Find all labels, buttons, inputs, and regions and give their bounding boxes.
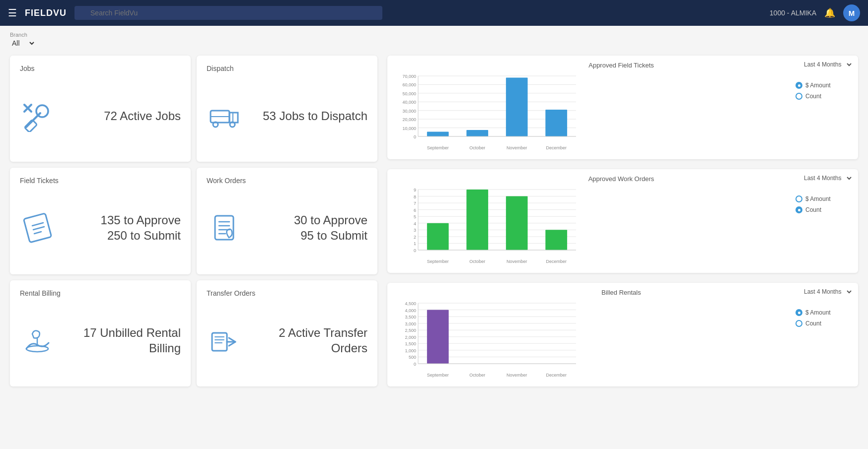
svg-text:4,500: 4,500 — [405, 301, 416, 306]
branch-select[interactable]: All — [10, 39, 36, 48]
svg-text:3,000: 3,000 — [405, 321, 416, 326]
card-transfer-orders[interactable]: Transfer Orders 2 Active Transfer Orders — [197, 280, 377, 386]
svg-text:8: 8 — [414, 194, 416, 199]
svg-text:November: November — [506, 145, 527, 150]
svg-rect-103 — [427, 310, 449, 364]
legend-radio-0[interactable] — [796, 82, 802, 89]
main-layout: Jobs 72 Active Jobs Dispatch 53 Jobs to … — [10, 56, 858, 386]
svg-text:4,000: 4,000 — [405, 308, 416, 313]
legend-radio-1[interactable] — [796, 206, 802, 213]
branch-selector-wrap: Branch All — [10, 32, 858, 48]
card-icon-transfer-orders — [207, 323, 241, 358]
legend-radio-1[interactable] — [796, 320, 802, 327]
legend-item-1: Count — [796, 320, 850, 327]
legend-item-0: $ Amount — [796, 195, 850, 202]
card-jobs[interactable]: Jobs 72 Active Jobs — [10, 56, 191, 162]
legend-item-0: $ Amount — [796, 82, 850, 89]
card-title-transfer-orders: Transfer Orders — [207, 289, 367, 297]
svg-text:3,500: 3,500 — [405, 315, 416, 320]
svg-text:500: 500 — [409, 355, 416, 360]
svg-rect-4 — [24, 120, 37, 132]
chart-title-approved-work-orders: Approved Work Orders — [392, 175, 850, 183]
menu-icon[interactable]: ☰ — [8, 7, 17, 19]
charts-area: Approved Field Tickets Last 4 Months Las… — [387, 56, 858, 386]
card-stat-field-tickets: 135 to Approve250 to Submit — [63, 212, 181, 243]
chart-period-select-billed-rentals[interactable]: Last 4 Months Last 6 Months Last 12 Mont… — [802, 288, 853, 296]
card-stat-transfer-orders: 2 Active Transfer Orders — [249, 325, 367, 356]
legend-radio-1[interactable] — [796, 93, 802, 100]
chart-title-approved-field-tickets: Approved Field Tickets — [392, 62, 850, 69]
svg-text:0: 0 — [414, 362, 416, 367]
svg-text:October: October — [469, 145, 485, 150]
svg-text:20,000: 20,000 — [402, 117, 416, 122]
chart-legend-approved-work-orders: $ Amount Count — [796, 186, 850, 213]
card-field-tickets[interactable]: Field Tickets 135 to Approve250 to Submi… — [10, 168, 191, 274]
svg-text:9: 9 — [414, 188, 416, 192]
svg-text:60,000: 60,000 — [402, 82, 416, 87]
legend-radio-0[interactable] — [796, 195, 802, 202]
svg-rect-22 — [212, 333, 227, 351]
card-stat-rental-billing: 17 Unbilled Rental Billing — [63, 325, 181, 356]
card-body-jobs: 72 Active Jobs — [20, 78, 181, 153]
legend-label-0: $ Amount — [805, 195, 831, 202]
card-stat-work-orders: 30 to Approve95 to Submit — [249, 212, 367, 243]
branch-label: Branch — [10, 32, 858, 38]
chart-legend-approved-field-tickets: $ Amount Count — [796, 72, 850, 100]
svg-text:September: September — [427, 373, 449, 378]
notification-bell-icon[interactable]: 🔔 — [824, 7, 835, 18]
chart-inner-billed-rentals: 05001,0001,5002,0002,5003,0003,5004,0004… — [392, 299, 850, 381]
legend-item-0: $ Amount — [796, 309, 850, 316]
company-label: 1000 - ALMIKA — [770, 9, 816, 17]
card-rental-billing[interactable]: Rental Billing 17 Unbilled Rental Billin… — [10, 280, 191, 386]
card-icon-jobs — [20, 98, 55, 133]
chart-legend-billed-rentals: $ Amount Count — [796, 299, 850, 327]
search-input[interactable] — [74, 6, 382, 20]
svg-text:6: 6 — [414, 208, 416, 213]
svg-point-8 — [230, 122, 235, 127]
svg-text:30,000: 30,000 — [402, 109, 416, 114]
chart-period-select-approved-field-tickets[interactable]: Last 4 Months Last 6 Months Last 12 Mont… — [802, 61, 853, 68]
card-body-work-orders: 30 to Approve95 to Submit — [207, 191, 367, 265]
chart-inner-approved-field-tickets: 010,00020,00030,00040,00050,00060,00070,… — [392, 72, 850, 153]
svg-text:0: 0 — [414, 248, 416, 253]
svg-text:2: 2 — [414, 235, 416, 240]
svg-rect-79 — [545, 230, 567, 250]
svg-text:November: November — [506, 259, 527, 264]
svg-marker-6 — [229, 113, 238, 123]
svg-text:September: September — [427, 145, 449, 150]
legend-label-0: $ Amount — [805, 82, 831, 89]
svg-rect-75 — [466, 190, 488, 250]
svg-rect-49 — [545, 110, 567, 136]
svg-text:4: 4 — [414, 221, 416, 226]
svg-line-14 — [34, 232, 41, 234]
card-title-jobs: Jobs — [20, 64, 181, 72]
svg-text:50,000: 50,000 — [402, 91, 416, 96]
svg-text:1,500: 1,500 — [405, 341, 416, 346]
card-body-field-tickets: 135 to Approve250 to Submit — [20, 191, 181, 265]
svg-rect-43 — [427, 131, 449, 136]
chart-period-select-approved-work-orders[interactable]: Last 4 Months Last 6 Months Last 12 Mont… — [802, 174, 853, 182]
card-body-transfer-orders: 2 Active Transfer Orders — [207, 303, 367, 378]
card-stat-dispatch: 53 Jobs to Dispatch — [249, 108, 367, 124]
svg-text:2,500: 2,500 — [405, 328, 416, 333]
svg-rect-45 — [466, 130, 488, 136]
search-wrap: 🔍 — [74, 6, 382, 20]
avatar[interactable]: M — [843, 4, 860, 21]
svg-text:10,000: 10,000 — [402, 126, 416, 131]
svg-line-13 — [33, 227, 44, 230]
bar-chart-approved-field-tickets: 010,00020,00030,00040,00050,00060,00070,… — [392, 72, 792, 153]
svg-text:0: 0 — [414, 134, 416, 139]
svg-text:September: September — [427, 259, 449, 264]
card-icon-work-orders — [207, 210, 241, 245]
svg-text:December: December — [546, 373, 567, 378]
card-dispatch[interactable]: Dispatch 53 Jobs to Dispatch — [197, 56, 377, 162]
svg-point-20 — [26, 346, 48, 352]
legend-radio-0[interactable] — [796, 309, 802, 316]
svg-point-1 — [36, 105, 48, 117]
legend-label-1: Count — [805, 320, 821, 327]
svg-text:October: October — [469, 373, 485, 378]
content-area: Branch All Jobs 72 Active Jobs Dispatch — [0, 26, 868, 392]
card-icon-rental-billing — [20, 323, 55, 358]
svg-line-12 — [32, 223, 43, 226]
card-work-orders[interactable]: Work Orders 30 to Approve95 to Submit — [197, 168, 377, 274]
